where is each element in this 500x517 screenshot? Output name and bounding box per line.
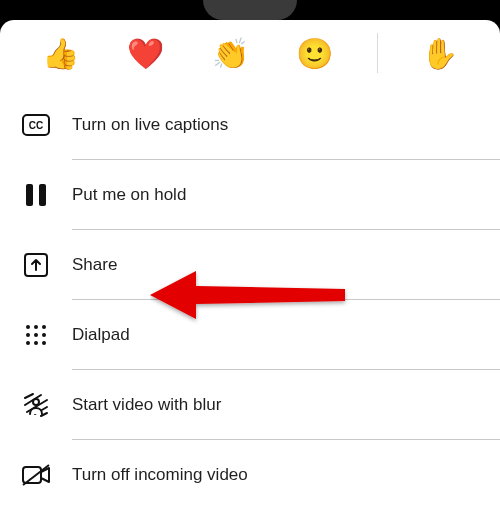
reaction-love[interactable]: ❤️	[122, 30, 168, 76]
dialpad-icon	[0, 323, 72, 347]
menu-item-label: Turn off incoming video	[72, 465, 248, 485]
svg-point-11	[26, 341, 30, 345]
menu-item-label: Turn on live captions	[72, 115, 228, 135]
menu-item-share[interactable]: Share	[0, 230, 500, 300]
more-menu: CC Turn on live captions Put me on hold …	[0, 90, 500, 510]
svg-point-9	[34, 333, 38, 337]
menu-item-label: Put me on hold	[72, 185, 186, 205]
pause-icon	[0, 183, 72, 207]
svg-point-13	[42, 341, 46, 345]
video-off-icon	[0, 463, 72, 487]
menu-item-captions[interactable]: CC Turn on live captions	[0, 90, 500, 160]
menu-item-label: Share	[72, 255, 117, 275]
reaction-raise-hand[interactable]: ✋	[417, 30, 463, 76]
menu-item-label: Start video with blur	[72, 395, 221, 415]
svg-point-10	[42, 333, 46, 337]
reactions-separator	[377, 33, 378, 73]
svg-point-14	[33, 399, 39, 405]
reactions-bar: 👍 ❤️ 👏 🙂 ✋	[0, 20, 500, 90]
blur-icon	[0, 392, 72, 418]
menu-item-hold[interactable]: Put me on hold	[0, 160, 500, 230]
menu-item-incoming-video-off[interactable]: Turn off incoming video	[0, 440, 500, 510]
svg-rect-2	[26, 184, 33, 206]
svg-point-5	[26, 325, 30, 329]
svg-rect-15	[23, 467, 41, 483]
svg-rect-3	[39, 184, 46, 206]
svg-point-8	[26, 333, 30, 337]
menu-item-label: Dialpad	[72, 325, 130, 345]
svg-point-7	[42, 325, 46, 329]
menu-item-dialpad[interactable]: Dialpad	[0, 300, 500, 370]
svg-text:CC: CC	[29, 120, 43, 131]
share-icon	[0, 252, 72, 278]
svg-point-12	[34, 341, 38, 345]
captions-icon: CC	[0, 114, 72, 136]
svg-point-6	[34, 325, 38, 329]
reaction-clap[interactable]: 👏	[207, 30, 253, 76]
reaction-like[interactable]: 👍	[37, 30, 83, 76]
menu-item-start-blur[interactable]: Start video with blur	[0, 370, 500, 440]
reaction-smile[interactable]: 🙂	[292, 30, 338, 76]
